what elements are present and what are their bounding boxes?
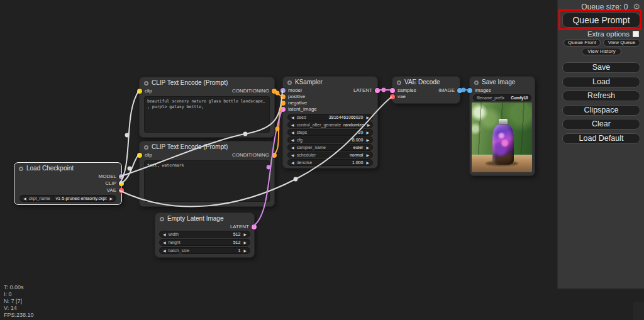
queue-front-button[interactable]: Queue Front — [564, 39, 601, 47]
decrement-arrow-icon[interactable]: ◀ — [291, 114, 294, 121]
node-load-checkpoint[interactable]: Load Checkpoint MODEL CLIP VAE ◀ ckpt_na… — [14, 162, 122, 205]
increment-arrow-icon[interactable]: ▶ — [366, 159, 369, 166]
node-clip-text-encode-negative[interactable]: CLIP Text Encode (Prompt) clip CONDITION… — [139, 141, 275, 207]
increment-arrow-icon[interactable]: ▶ — [243, 231, 247, 238]
increment-arrow-icon[interactable]: ▶ — [243, 239, 247, 246]
node-vae-decode[interactable]: VAE Decode samples vae IMAGE — [392, 76, 460, 104]
increment-arrow-icon[interactable]: ▶ — [366, 136, 369, 143]
conditioning-output-dot[interactable] — [272, 153, 277, 158]
node-title: CLIP Text Encode (Prompt) — [152, 79, 228, 86]
widget-cfg[interactable]: ◀ cfg 8.000 ▶ — [287, 136, 373, 143]
widget-batch-size[interactable]: ◀ batch_size 1 ▶ — [159, 247, 250, 254]
increment-arrow-icon[interactable]: ▶ — [243, 247, 247, 254]
menu-panel: Queue size: 0 ⚙ Queue Prompt Extra optio… — [557, 0, 644, 289]
node-title-bar[interactable]: VAE Decode — [392, 77, 460, 87]
slot-clip-output: CLIP — [105, 180, 116, 187]
widget-filename-prefix[interactable]: filename_prefix ComfyUI — [473, 94, 531, 101]
clip-input-dot[interactable] — [137, 89, 142, 94]
slot-clip-input: clip — [145, 88, 152, 94]
vae-input-dot[interactable] — [390, 94, 395, 99]
collapse-dot-icon[interactable] — [474, 80, 479, 85]
stat-fps: FPS:238.10 — [4, 312, 34, 319]
increment-arrow-icon[interactable]: ▶ — [366, 114, 369, 121]
view-queue-button[interactable]: View Queue — [603, 39, 640, 47]
node-title: VAE Decode — [404, 79, 440, 86]
load-button[interactable]: Load — [562, 77, 640, 87]
widget-denoise[interactable]: ◀ denoise 1.000 ▶ — [287, 159, 373, 166]
decrement-arrow-icon[interactable]: ◀ — [291, 121, 294, 128]
queue-prompt-button[interactable]: Queue Prompt — [562, 13, 640, 28]
latent-output-dot[interactable] — [252, 224, 257, 229]
decrement-arrow-icon[interactable]: ◀ — [163, 247, 166, 254]
decrement-arrow-icon[interactable]: ◀ — [291, 136, 294, 143]
decrement-arrow-icon[interactable]: ◀ — [291, 152, 294, 158]
node-title-bar[interactable]: KSampler — [283, 77, 377, 87]
refresh-button[interactable]: Refresh — [562, 91, 640, 101]
widget-ckpt-name[interactable]: ◀ ckpt_name v1-5-pruned-emaonly.ckpt ▶ — [19, 195, 116, 202]
collapse-dot-icon[interactable] — [144, 145, 148, 150]
node-title-bar[interactable]: CLIP Text Encode (Prompt) — [140, 77, 274, 88]
latent-output-dot[interactable] — [375, 88, 380, 93]
increment-arrow-icon[interactable]: ▶ — [366, 129, 369, 136]
model-output-dot[interactable] — [119, 174, 124, 179]
stat-version: V: 14 — [4, 305, 34, 312]
widget-scheduler[interactable]: ◀ scheduler normal ▶ — [287, 152, 373, 158]
collapse-dot-icon[interactable] — [144, 81, 148, 86]
decrement-arrow-icon[interactable]: ◀ — [163, 239, 166, 246]
increment-arrow-icon[interactable]: ▶ — [109, 195, 113, 202]
collapse-dot-icon[interactable] — [19, 167, 23, 171]
node-title-bar[interactable]: Load Checkpoint — [14, 163, 121, 174]
clear-button[interactable]: Clear — [562, 119, 640, 130]
node-save-image[interactable]: Save Image images filename_prefix ComfyU… — [469, 76, 535, 176]
positive-input-dot[interactable] — [280, 94, 286, 99]
increment-arrow-icon[interactable]: ▶ — [367, 121, 370, 128]
node-title-bar[interactable]: Save Image — [470, 77, 535, 87]
node-ksampler[interactable]: KSampler model positive negative latent_… — [282, 76, 378, 168]
collapse-dot-icon[interactable] — [160, 217, 164, 221]
node-title: CLIP Text Encode (Prompt) — [152, 143, 228, 150]
view-history-button[interactable]: View History — [582, 48, 621, 55]
slot-latent-image-input: latent_image — [288, 106, 317, 113]
prompt-text-input[interactable]: beautiful scenery nature glass bottle la… — [144, 96, 270, 133]
prompt-text-input[interactable]: text, watermark — [144, 160, 270, 202]
settings-gear-icon[interactable]: ⚙ — [633, 2, 640, 11]
node-clip-text-encode-positive[interactable]: CLIP Text Encode (Prompt) clip CONDITION… — [139, 77, 275, 138]
load-default-button[interactable]: Load Default — [562, 133, 640, 144]
clip-output-dot[interactable] — [119, 181, 124, 186]
save-button[interactable]: Save — [562, 62, 640, 73]
node-title: Load Checkpoint — [26, 165, 74, 172]
widget-sampler-name[interactable]: ◀ sampler_name euler ▶ — [287, 144, 373, 151]
widget-seed[interactable]: ◀ seed 38164461066020 ▶ — [287, 114, 373, 121]
comfyui-app: Load Checkpoint MODEL CLIP VAE ◀ ckpt_na… — [0, 0, 644, 320]
slot-latent-output: LATENT — [230, 224, 249, 230]
negative-input-dot[interactable] — [280, 101, 286, 106]
extra-options-checkbox[interactable] — [633, 31, 639, 37]
decrement-arrow-icon[interactable]: ◀ — [163, 231, 166, 238]
model-input-dot[interactable] — [280, 88, 286, 93]
decrement-arrow-icon[interactable]: ◀ — [291, 159, 294, 166]
increment-arrow-icon[interactable]: ▶ — [366, 152, 369, 158]
increment-arrow-icon[interactable]: ▶ — [366, 144, 369, 151]
images-input-dot[interactable] — [467, 88, 472, 93]
widget-width[interactable]: ◀ width 512 ▶ — [159, 231, 250, 238]
collapse-dot-icon[interactable] — [397, 80, 401, 85]
widget-steps[interactable]: ◀ steps 20 ▶ — [287, 129, 373, 136]
bottle-cap — [499, 119, 508, 124]
node-title-bar[interactable]: CLIP Text Encode (Prompt) — [140, 141, 274, 152]
node-title: Empty Latent Image — [167, 215, 224, 222]
node-empty-latent-image[interactable]: Empty Latent Image LATENT ◀ width 512 ▶ … — [155, 212, 255, 258]
node-title-bar[interactable]: Empty Latent Image — [155, 213, 254, 224]
decrement-arrow-icon[interactable]: ◀ — [23, 195, 26, 202]
samples-input-dot[interactable] — [390, 88, 395, 93]
vae-output-dot[interactable] — [119, 188, 124, 193]
widget-height[interactable]: ◀ height 512 ▶ — [159, 239, 250, 246]
clipspace-button[interactable]: Clipspace — [562, 105, 640, 116]
image-output-dot[interactable] — [457, 88, 462, 93]
collapse-dot-icon[interactable] — [287, 80, 292, 85]
latent-image-input-dot[interactable] — [280, 107, 286, 112]
conditioning-output-dot[interactable] — [272, 89, 277, 94]
widget-control-after-generate[interactable]: ◀ control_after_generate randomize ▶ — [287, 121, 373, 128]
decrement-arrow-icon[interactable]: ◀ — [291, 144, 294, 151]
clip-input-dot[interactable] — [137, 153, 142, 158]
decrement-arrow-icon[interactable]: ◀ — [291, 129, 294, 136]
